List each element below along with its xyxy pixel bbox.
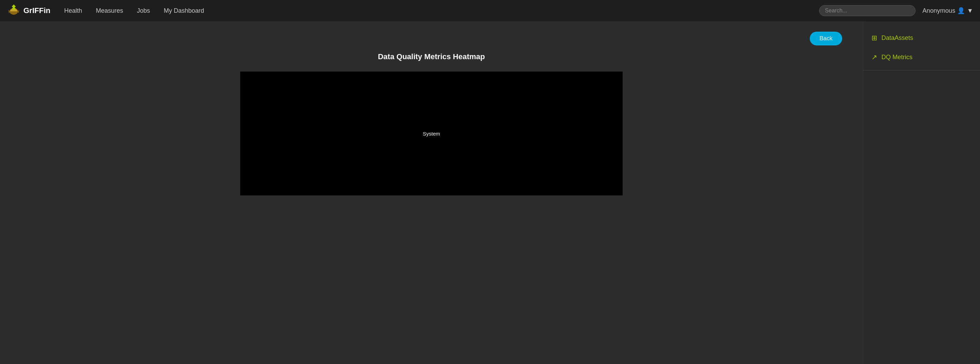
main-nav: Health Measures Jobs My Dashboard [64,7,204,14]
griffin-logo [7,4,21,17]
svg-point-3 [13,7,15,10]
user-label: Anonymous [923,7,955,14]
nav-my-dashboard[interactable]: My Dashboard [164,7,204,14]
user-menu[interactable]: Anonymous 👤 ▼ [923,7,973,14]
nav-measures[interactable]: Measures [96,7,123,14]
dropdown-chevron-icon: ▼ [967,7,973,14]
sidebar: ⊞ DataAssets ↗ DQ Metrics [863,21,980,364]
sidebar-divider [863,70,980,71]
nav-jobs[interactable]: Jobs [137,7,150,14]
page-layout: Back Data Quality Metrics Heatmap System… [0,21,980,364]
user-icon: 👤 [957,7,965,14]
heatmap-system-label: System [423,131,440,136]
sidebar-item-dq-metrics[interactable]: ↗ DQ Metrics [863,47,980,67]
back-button-container: Back [14,32,849,46]
brand-logo-link[interactable]: GrIFFin [7,4,50,17]
heatmap-container: System [240,71,623,195]
sidebar-item-data-assets-label: DataAssets [881,35,913,42]
main-content: Back Data Quality Metrics Heatmap System [0,21,863,364]
navbar-right: Anonymous 👤 ▼ [819,5,973,16]
nav-health[interactable]: Health [64,7,82,14]
navbar: GrIFFin Health Measures Jobs My Dashboar… [0,0,980,21]
sidebar-item-dq-metrics-label: DQ Metrics [881,54,912,61]
brand-name: GrIFFin [24,6,50,15]
back-button[interactable]: Back [810,32,842,46]
search-input[interactable] [819,5,916,16]
dq-metrics-icon: ↗ [872,53,877,61]
page-title: Data Quality Metrics Heatmap [14,52,849,61]
sidebar-item-data-assets[interactable]: ⊞ DataAssets [863,28,980,47]
data-assets-icon: ⊞ [872,34,877,42]
